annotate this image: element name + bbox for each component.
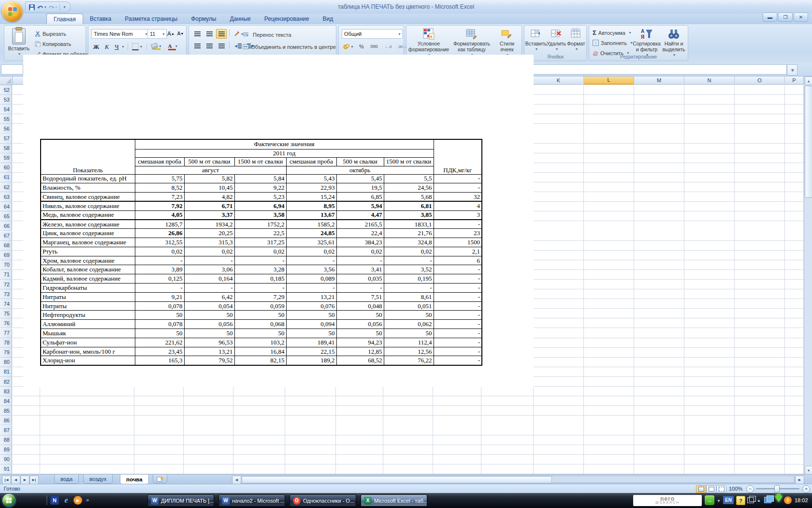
align-top-button[interactable] bbox=[192, 29, 203, 39]
underline-button[interactable]: Ч▼ bbox=[113, 42, 125, 52]
row-header-84[interactable]: 84 bbox=[0, 396, 12, 406]
taskbar-button-excel-3[interactable]: XMicrosoft Excel - таб... bbox=[361, 494, 427, 507]
last-sheet-button[interactable]: ▶ bbox=[29, 476, 39, 484]
italic-button[interactable]: К bbox=[102, 42, 112, 52]
row-header-56[interactable]: 56 bbox=[0, 124, 12, 134]
column-header-P[interactable]: P bbox=[785, 76, 804, 85]
nero-search-box[interactable]: nero @SEARCH bbox=[633, 495, 702, 506]
zoom-out-button[interactable]: − bbox=[746, 485, 754, 493]
row-header-53[interactable]: 53 bbox=[0, 95, 12, 105]
column-header-K[interactable]: K bbox=[534, 76, 584, 85]
next-sheet-button[interactable]: ▶ bbox=[20, 476, 29, 484]
horizontal-scroll-thumb[interactable] bbox=[242, 476, 552, 483]
row-header-60[interactable]: 60 bbox=[0, 163, 12, 173]
delete-cells-button[interactable]: Удалить ▼ bbox=[546, 28, 567, 52]
comma-style-button[interactable]: 000 bbox=[368, 42, 380, 51]
font-color-button[interactable]: А▼ bbox=[165, 42, 179, 52]
row-header-89[interactable]: 89 bbox=[0, 445, 12, 455]
row-header-64[interactable]: 64 bbox=[0, 202, 12, 211]
column-header-L[interactable]: L bbox=[584, 76, 634, 85]
sort-filter-button[interactable]: АЯ Сортировка и фильтр ▼ bbox=[632, 28, 662, 58]
row-header-80[interactable]: 80 bbox=[0, 358, 12, 367]
align-middle-button[interactable] bbox=[204, 29, 215, 39]
cell-styles-button[interactable]: Стили ячеек ▼ bbox=[494, 28, 520, 58]
tab-Вид[interactable]: Вид bbox=[316, 14, 340, 24]
page-break-view-button[interactable] bbox=[716, 485, 726, 493]
close-button[interactable]: ✕ bbox=[794, 13, 808, 22]
tab-Разметка страницы[interactable]: Разметка страницы bbox=[118, 14, 184, 24]
copy-button[interactable]: Копировать bbox=[33, 39, 92, 49]
merge-center-button[interactable]: Объединить и поместить в центре ▼ bbox=[241, 42, 344, 52]
tray-dropdown-arrow[interactable]: ▼ bbox=[717, 499, 721, 503]
tab-Главная[interactable]: Главная bbox=[46, 14, 83, 25]
row-header-62[interactable]: 62 bbox=[0, 182, 12, 192]
find-select-button[interactable]: Найти и выделить ▼ bbox=[661, 28, 687, 58]
accounting-format-button[interactable]: ▼ bbox=[342, 42, 355, 51]
network-icon[interactable] bbox=[764, 497, 771, 503]
restore-button[interactable]: ❐ bbox=[778, 13, 793, 22]
language-indicator[interactable]: EN bbox=[723, 496, 734, 504]
row-header-91[interactable]: 91 bbox=[0, 464, 12, 474]
alert-icon[interactable]: ! bbox=[784, 496, 792, 504]
keyboard-help-icon[interactable]: ? bbox=[736, 496, 745, 505]
vertical-scroll-thumb[interactable] bbox=[805, 86, 812, 198]
row-header-79[interactable]: 79 bbox=[0, 348, 12, 358]
window-stack-icon[interactable] bbox=[747, 497, 754, 503]
number-format-combo[interactable]: Общий▼ bbox=[342, 29, 403, 39]
font-family-combo[interactable]: Times New Rom▼ bbox=[91, 29, 149, 39]
row-header-63[interactable]: 63 bbox=[0, 192, 12, 202]
row-header-70[interactable]: 70 bbox=[0, 260, 12, 270]
tab-Рецензирование[interactable]: Рецензирование bbox=[258, 14, 316, 24]
grow-font-button[interactable]: A▲ bbox=[166, 29, 176, 39]
tab-Формулы[interactable]: Формулы bbox=[184, 14, 223, 24]
sheet-tab-почва[interactable]: почва bbox=[120, 475, 149, 484]
row-header-59[interactable]: 59 bbox=[0, 153, 12, 163]
column-header-N[interactable]: N bbox=[684, 76, 735, 85]
row-header-81[interactable]: 81 bbox=[0, 367, 12, 377]
office-button[interactable] bbox=[2, 1, 23, 22]
save-button[interactable] bbox=[29, 3, 35, 12]
taskbar-clock[interactable]: 18:02 bbox=[795, 497, 808, 503]
sheet-tab-воздух[interactable]: воздух bbox=[83, 475, 113, 484]
row-header-67[interactable]: 67 bbox=[0, 231, 12, 241]
row-header-77[interactable]: 77 bbox=[0, 329, 12, 338]
row-header-82[interactable]: 82 bbox=[0, 377, 12, 387]
quicklaunch-overflow-chevron[interactable]: » bbox=[86, 497, 89, 503]
hscroll-right-button[interactable]: ▶ bbox=[795, 476, 804, 484]
align-center-button[interactable] bbox=[204, 41, 215, 51]
row-header-52[interactable]: 52 bbox=[0, 85, 12, 95]
taskbar-button-word-0[interactable]: WДИПЛОМ ПЕЧАТЬ [... bbox=[147, 494, 214, 507]
page-layout-view-button[interactable] bbox=[706, 485, 716, 493]
insert-cells-button[interactable]: Вставить ▼ bbox=[525, 28, 547, 52]
row-header-55[interactable]: 55 bbox=[0, 114, 12, 124]
tray-expand-arrow[interactable]: ▲ bbox=[757, 498, 761, 503]
row-header-86[interactable]: 86 bbox=[0, 416, 12, 425]
fill-color-button[interactable]: ▼ bbox=[149, 42, 164, 52]
row-header-76[interactable]: 76 bbox=[0, 318, 12, 328]
row-header-71[interactable]: 71 bbox=[0, 270, 12, 280]
sheet-tab-вода[interactable]: вода bbox=[54, 475, 79, 484]
name-box[interactable] bbox=[1, 64, 23, 75]
row-header-85[interactable]: 85 bbox=[0, 406, 12, 416]
row-header-68[interactable]: 68 bbox=[0, 241, 12, 251]
row-header-90[interactable]: 90 bbox=[0, 455, 12, 464]
align-bottom-button[interactable] bbox=[216, 29, 227, 39]
column-header-O[interactable]: O bbox=[735, 76, 785, 85]
bold-button[interactable]: Ж bbox=[91, 42, 101, 52]
wrap-text-button[interactable]: Перенос текста bbox=[241, 30, 293, 40]
minimize-button[interactable]: ▬ bbox=[763, 13, 777, 22]
row-header-88[interactable]: 88 bbox=[0, 435, 12, 445]
fill-button[interactable]: ↓ Заполнить▼ bbox=[591, 38, 635, 48]
align-left-button[interactable] bbox=[192, 41, 203, 51]
format-as-table-button[interactable]: Форматировать как таблицу ▼ bbox=[451, 28, 493, 58]
row-header-72[interactable]: 72 bbox=[0, 280, 12, 289]
conditional-formatting-button[interactable]: ≤ Условное форматирование ▼ bbox=[408, 28, 449, 58]
hscroll-left-button[interactable]: ◀ bbox=[232, 476, 241, 484]
cut-button[interactable]: Вырезать bbox=[33, 29, 92, 39]
internet-explorer-icon[interactable]: e bbox=[62, 496, 71, 505]
scroll-up-button[interactable]: ▲ bbox=[805, 76, 812, 85]
borders-button[interactable]: ▼ bbox=[130, 42, 144, 52]
taskbar-button-opera-2[interactable]: OОдноклассники - О... bbox=[290, 494, 356, 507]
select-all-corner[interactable] bbox=[0, 76, 13, 85]
font-size-combo[interactable]: 11▼ bbox=[147, 29, 167, 39]
